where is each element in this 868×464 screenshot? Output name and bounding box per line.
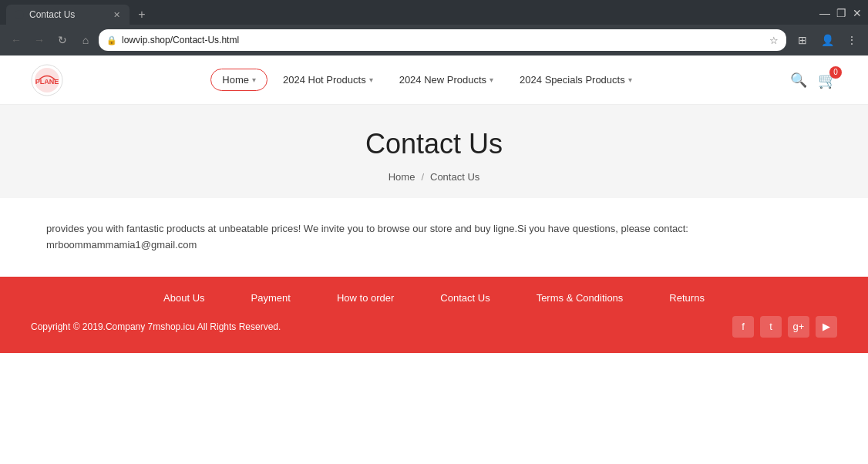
account-button[interactable]: 👤 — [817, 30, 837, 50]
footer-nav-returns[interactable]: Returns — [669, 292, 705, 304]
home-button[interactable]: ⌂ — [76, 30, 96, 50]
logo-image: PLANE — [31, 64, 63, 96]
site-nav: Home ▾ 2024 Hot Products ▾ 2024 New Prod… — [210, 69, 642, 91]
window-close-button[interactable]: ✕ — [853, 7, 862, 19]
window-controls: — ❐ ✕ — [819, 7, 862, 22]
twitter-icon[interactable]: t — [760, 316, 782, 338]
breadcrumb: Home / Contact Us — [15, 171, 853, 183]
address-bar-row: ← → ↻ ⌂ 🔒 lowvip.shop/Contact-Us.html ☆ … — [0, 25, 868, 55]
reload-button[interactable]: ↻ — [52, 30, 72, 50]
footer-bottom: Copyright © 2019.Company 7mshop.icu All … — [31, 316, 837, 338]
back-button[interactable]: ← — [6, 30, 26, 50]
chevron-down-icon: ▾ — [628, 76, 632, 84]
chevron-down-icon: ▾ — [369, 76, 373, 84]
new-tab-button[interactable]: + — [133, 5, 151, 24]
url-text: lowvip.shop/Contact-Us.html — [122, 35, 765, 45]
forward-button[interactable]: → — [29, 30, 49, 50]
website: PLANE Home ▾ 2024 Hot Products ▾ 2024 Ne… — [0, 55, 868, 353]
site-header: PLANE Home ▾ 2024 Hot Products ▾ 2024 Ne… — [0, 55, 868, 105]
svg-point-0 — [15, 10, 24, 19]
bookmark-icon[interactable]: ☆ — [769, 35, 779, 46]
nav-specials-products[interactable]: 2024 Specials Products ▾ — [509, 69, 643, 90]
breadcrumb-home[interactable]: Home — [389, 171, 415, 183]
contact-description: provides you with fantastic products at … — [46, 221, 822, 254]
footer-nav-payment[interactable]: Payment — [251, 292, 291, 304]
contact-email: mrboommammamia1@gmail.com — [46, 239, 197, 250]
chevron-down-icon: ▾ — [252, 76, 256, 84]
nav-home[interactable]: Home ▾ — [210, 69, 267, 91]
site-footer: About Us Payment How to order Contact Us… — [0, 277, 868, 353]
search-button[interactable]: 🔍 — [790, 72, 807, 89]
footer-nav-how-to-order[interactable]: How to order — [337, 292, 394, 304]
footer-nav-terms[interactable]: Terms & Conditions — [537, 292, 624, 304]
menu-button[interactable]: ⋮ — [842, 30, 862, 50]
address-bar[interactable]: 🔒 lowvip.shop/Contact-Us.html ☆ — [99, 29, 786, 51]
contact-text-body: provides you with fantastic products at … — [46, 223, 688, 234]
footer-social: f t g+ ▶ — [732, 316, 837, 338]
youtube-icon[interactable]: ▶ — [816, 316, 837, 338]
address-bar-icons: ☆ — [769, 35, 779, 46]
tab-close-button[interactable]: ✕ — [111, 9, 122, 20]
tab-favicon — [14, 9, 25, 20]
extensions-button[interactable]: ⊞ — [792, 30, 812, 50]
nav-new-products[interactable]: 2024 New Products ▾ — [389, 69, 504, 90]
footer-nav: About Us Payment How to order Contact Us… — [31, 292, 837, 304]
svg-text:PLANE: PLANE — [35, 78, 59, 86]
footer-copyright: Copyright © 2019.Company 7mshop.icu All … — [31, 321, 281, 332]
tab-title: Contact Us — [29, 9, 106, 20]
cart-button[interactable]: 🛒 0 — [818, 71, 837, 89]
footer-nav-about[interactable]: About Us — [163, 292, 204, 304]
tab-bar: Contact Us ✕ + — ❐ ✕ — [0, 0, 868, 25]
toolbar-icons: ⊞ 👤 ⋮ — [792, 30, 862, 50]
breadcrumb-separator: / — [421, 171, 424, 183]
minimize-button[interactable]: — — [819, 7, 830, 19]
page-hero: Contact Us Home / Contact Us — [0, 105, 868, 198]
active-tab[interactable]: Contact Us ✕ — [6, 5, 130, 25]
browser-window: Contact Us ✕ + — ❐ ✕ ← → ↻ ⌂ 🔒 lowvip.sh… — [0, 0, 868, 55]
facebook-icon[interactable]: f — [732, 316, 754, 338]
chevron-down-icon: ▾ — [490, 76, 493, 84]
header-actions: 🔍 🛒 0 — [790, 71, 837, 89]
restore-button[interactable]: ❐ — [836, 7, 846, 19]
breadcrumb-current: Contact Us — [430, 171, 479, 183]
nav-hot-products[interactable]: 2024 Hot Products ▾ — [272, 69, 384, 90]
logo[interactable]: PLANE — [31, 64, 63, 96]
google-plus-icon[interactable]: g+ — [788, 316, 809, 338]
footer-nav-contact[interactable]: Contact Us — [440, 292, 490, 304]
main-content: provides you with fantastic products at … — [0, 198, 868, 277]
lock-icon: 🔒 — [106, 35, 117, 45]
page-title: Contact Us — [15, 128, 853, 160]
cart-badge: 0 — [829, 66, 842, 79]
